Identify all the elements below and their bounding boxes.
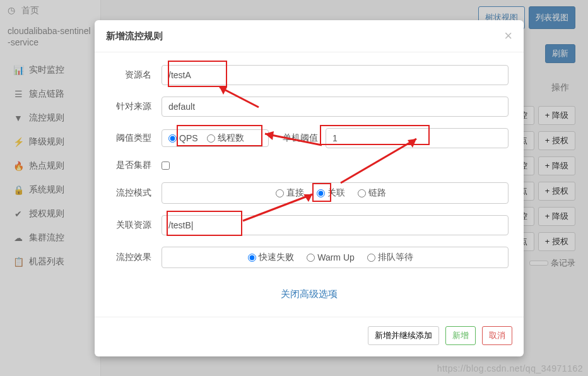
add-button[interactable]: 新增 [445,326,476,345]
resource-input[interactable] [162,65,509,85]
threshold-type-group: QPS 线程数 [162,129,269,147]
row-related-resource: 关联资源 [110,215,509,235]
radio-threads[interactable]: 线程数 [207,132,244,144]
watermark: https://blog.csdn.net/qq_34971162 [437,363,583,373]
label-source: 针对来源 [110,101,162,112]
cluster-checkbox[interactable] [162,162,170,170]
effect-group: 快速失败 Warm Up 排队等待 [162,247,509,268]
label-threshold-type: 阈值类型 [110,132,162,144]
source-input[interactable] [162,97,509,117]
radio-qps[interactable]: QPS [168,133,198,143]
modal-body: 资源名 针对来源 阈值类型 QPS 线程数 单机阈值 是否集群 流控模式 直接 [95,52,524,317]
label-cluster: 是否集群 [110,160,162,171]
label-mode: 流控模式 [110,187,162,199]
modal-header: 新增流控规则 × [95,20,524,52]
row-source: 针对来源 [110,97,509,117]
radio-effect-failfast[interactable]: 快速失败 [248,252,294,263]
radio-mode-chain[interactable]: 链路 [358,187,386,199]
row-mode: 流控模式 直接 关联 链路 [110,182,509,204]
radio-mode-direct[interactable]: 直接 [276,187,304,199]
label-resource: 资源名 [110,69,162,81]
close-icon[interactable]: × [504,29,512,43]
radio-effect-queue[interactable]: 排队等待 [367,252,413,263]
row-resource: 资源名 [110,65,509,85]
close-advanced-link[interactable]: 关闭高级选项 [281,288,338,299]
radio-effect-warmup[interactable]: Warm Up [307,252,355,262]
mode-group: 直接 关联 链路 [162,182,509,204]
modal-footer: 新增并继续添加 新增 取消 [95,317,524,356]
cancel-button[interactable]: 取消 [482,326,512,345]
row-effect: 流控效果 快速失败 Warm Up 排队等待 [110,247,509,268]
add-continue-button[interactable]: 新增并继续添加 [368,326,439,345]
label-single-threshold: 单机阈值 [269,132,326,144]
label-related-resource: 关联资源 [110,220,162,231]
radio-mode-related[interactable]: 关联 [317,187,345,199]
label-effect: 流控效果 [110,252,162,263]
related-resource-input[interactable] [162,215,509,235]
advanced-toggle: 关闭高级选项 [110,279,509,312]
row-cluster: 是否集群 [110,160,509,171]
single-threshold-input[interactable] [326,128,509,148]
row-threshold: 阈值类型 QPS 线程数 单机阈值 [110,128,509,148]
modal-title: 新增流控规则 [106,30,163,42]
flow-rule-modal: 新增流控规则 × 资源名 针对来源 阈值类型 QPS 线程数 单机阈值 是否集群… [95,20,524,356]
